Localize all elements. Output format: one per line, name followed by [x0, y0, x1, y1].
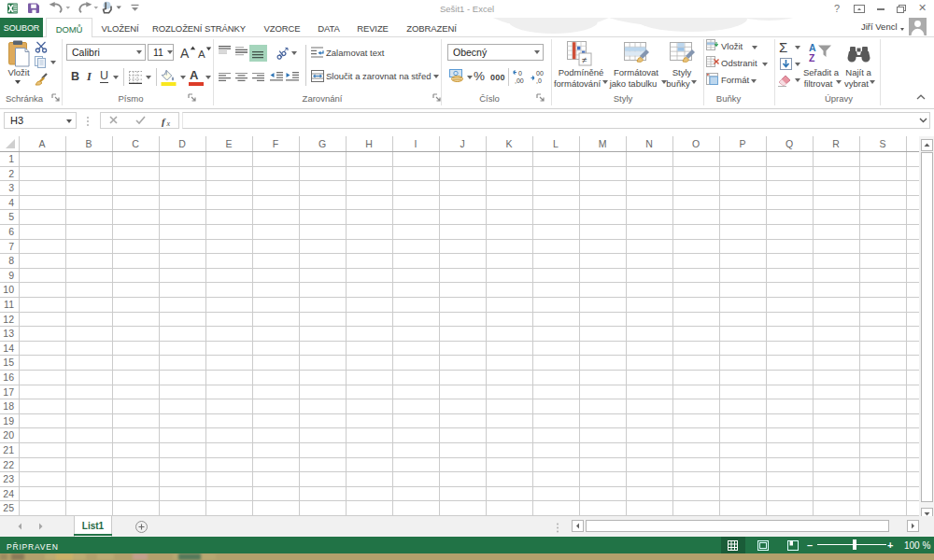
svg-text:0: 0: [518, 70, 522, 77]
svg-text:≠: ≠: [582, 55, 587, 65]
svg-text:f: f: [162, 116, 166, 127]
svg-text:,0: ,0: [536, 77, 542, 84]
svg-text:Z: Z: [809, 52, 815, 63]
svg-text:x: x: [166, 119, 171, 128]
svg-text:A: A: [809, 42, 816, 53]
svg-text:,00: ,00: [515, 77, 524, 84]
svg-text:00: 00: [536, 70, 544, 77]
